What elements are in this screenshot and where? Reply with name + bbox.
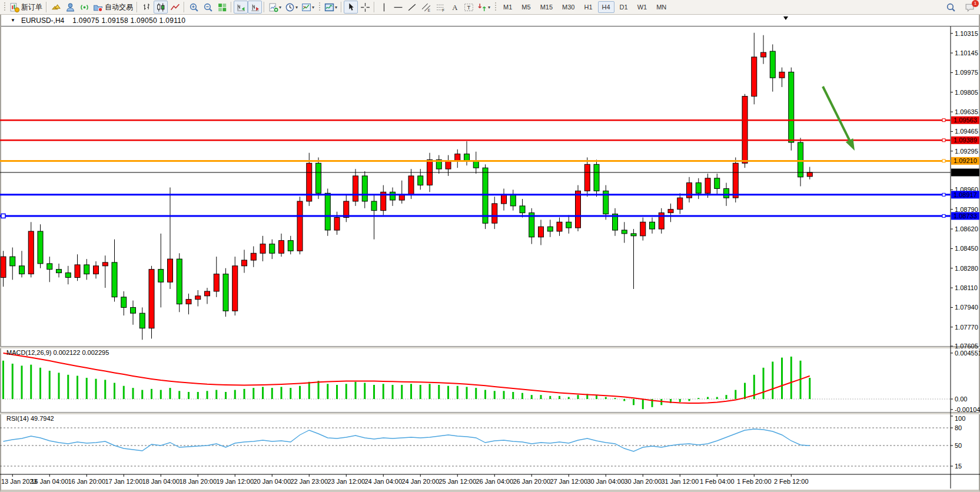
line-handle[interactable] [1,214,5,218]
candle [288,241,293,251]
macd-histogram-bar [355,382,357,399]
candle [668,210,673,213]
macd-histogram-bar [457,386,459,399]
svg-text:1.09805: 1.09805 [955,89,978,96]
macd-histogram-bar [623,399,625,401]
macd-histogram-bar [568,397,570,399]
candle [752,57,757,97]
line-handle[interactable] [942,159,945,162]
macd-histogram-bar [95,379,97,399]
macd-histogram-bar [679,399,681,402]
svg-text:0.004551: 0.004551 [955,350,980,357]
candle [205,291,210,296]
macd-histogram-bar [346,384,347,399]
macd-histogram-bar [141,390,143,399]
macd-histogram-bar [438,385,440,399]
svg-text:2 Feb 12:00: 2 Feb 12:00 [774,478,809,485]
macd-histogram-bar [642,399,644,409]
macd-histogram-bar [262,387,264,399]
svg-text:80: 80 [955,424,962,431]
svg-text:1.09110: 1.09110 [954,169,976,176]
macd-histogram-bar [308,382,310,399]
macd-histogram-bar [809,378,810,399]
candle [149,270,154,328]
candle [761,52,766,57]
macd-histogram-bar [494,391,496,399]
svg-text:19 Jan 12:00: 19 Jan 12:00 [216,478,254,485]
line-handle[interactable] [942,119,945,122]
svg-text:1.09635: 1.09635 [955,108,978,115]
candle [139,313,145,328]
candle [84,265,89,274]
macd-histogram-bar [484,390,486,399]
candle [232,266,238,311]
price-axis: 1.103151.101451.099751.098051.096351.094… [951,30,978,350]
svg-text:1.08620: 1.08620 [955,225,978,232]
svg-text:23 Jan 12:00: 23 Jan 12:00 [327,478,365,485]
svg-text:-0.001043: -0.001043 [955,406,980,413]
macd-histogram-bar [30,365,32,399]
svg-text:1.10315: 1.10315 [955,30,978,37]
candle [186,300,191,304]
svg-text:1.09563: 1.09563 [954,117,977,124]
candle [316,163,321,193]
macd-histogram-bar [559,396,560,399]
candle [177,259,182,304]
svg-text:1.08110: 1.08110 [955,284,978,291]
svg-text:18 Jan 04:00: 18 Jan 04:00 [142,478,180,485]
line-handle[interactable] [942,193,945,196]
macd-histogram-bar [689,399,690,401]
line-handle[interactable] [942,214,945,217]
svg-text:24 Jan 04:00: 24 Jan 04:00 [364,478,402,485]
macd-histogram-bar [114,383,115,399]
horizontal-lines: 1.095631.093891.092101.089171.08733 [0,117,979,220]
svg-text:26 Jan 04:00: 26 Jan 04:00 [476,478,513,485]
chart-shift-marker[interactable] [783,16,788,20]
candle [10,257,15,266]
candle [38,231,43,264]
svg-text:1.09295: 1.09295 [955,148,978,155]
macd-histogram-bar [58,373,60,399]
candle [334,218,340,231]
svg-text:1.08733: 1.08733 [954,212,977,220]
macd-histogram-bar [132,388,134,399]
macd-histogram-bar [21,365,23,399]
svg-text:18 Jan 20:00: 18 Jan 20:00 [179,478,217,485]
macd-histogram-bar [447,386,449,399]
svg-text:16 Jan 20:00: 16 Jan 20:00 [68,478,105,485]
candle [473,161,479,168]
macd-histogram-bar [410,384,412,399]
trend-arrow[interactable] [823,87,855,151]
svg-text:17 Jan 12:00: 17 Jan 12:00 [105,478,142,485]
svg-text:27 Jan 12:00: 27 Jan 12:00 [550,478,587,485]
candle [640,222,646,236]
svg-text:15: 15 [955,463,962,470]
candle [455,154,460,161]
macd-histogram-bar [763,368,765,399]
macd-histogram-bar [327,384,328,399]
candle [807,172,812,177]
line-handle[interactable] [942,139,945,142]
candle [57,270,62,273]
svg-text:1.10145: 1.10145 [955,49,978,56]
candle [94,266,99,274]
macd-histogram-bar [466,387,468,399]
svg-text:1.07770: 1.07770 [955,324,978,331]
macd-histogram-bar [420,385,421,399]
candle [47,264,52,270]
main-chart-svg: 1.103151.101451.099751.098051.096351.094… [0,0,980,492]
candle [622,230,627,234]
macd-histogram-bar [2,361,4,399]
macd-histogram-bar [188,392,190,399]
candle [557,222,562,231]
macd-histogram-bar [77,376,78,399]
candle [446,161,451,169]
candle [510,194,516,206]
rsi-label: RSI(14) 49.7942 [6,415,54,422]
candle [789,72,794,142]
candle [418,176,423,185]
macd-histogram-bar [633,399,634,405]
macd-histogram-bar [744,383,746,399]
candle [650,222,655,229]
macd-histogram-bar [605,397,607,399]
